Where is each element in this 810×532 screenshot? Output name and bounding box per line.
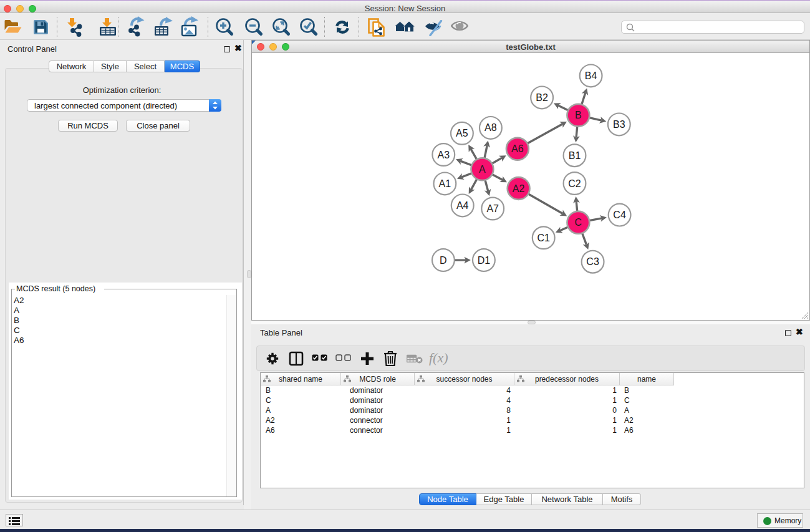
svg-text:B: B — [575, 110, 582, 120]
svg-text:A1: A1 — [439, 178, 451, 189]
svg-text:A5: A5 — [456, 128, 468, 138]
svg-text:A8: A8 — [485, 122, 497, 133]
svg-text:D: D — [440, 255, 447, 266]
svg-text:A6: A6 — [511, 143, 524, 154]
svg-text:C4: C4 — [613, 210, 626, 220]
svg-text:A3: A3 — [438, 150, 450, 160]
svg-text:B4: B4 — [585, 70, 597, 81]
svg-text:B2: B2 — [536, 92, 548, 103]
svg-text:C1: C1 — [537, 233, 550, 243]
svg-text:C2: C2 — [568, 178, 581, 189]
svg-text:A: A — [479, 164, 486, 175]
svg-text:C3: C3 — [586, 256, 599, 267]
svg-text:A4: A4 — [456, 200, 469, 211]
svg-text:B1: B1 — [569, 150, 581, 161]
svg-text:D1: D1 — [478, 255, 491, 266]
svg-text:B3: B3 — [613, 119, 625, 130]
svg-text:C: C — [575, 217, 582, 228]
svg-text:A7: A7 — [486, 203, 499, 214]
svg-text:A2: A2 — [513, 183, 525, 194]
